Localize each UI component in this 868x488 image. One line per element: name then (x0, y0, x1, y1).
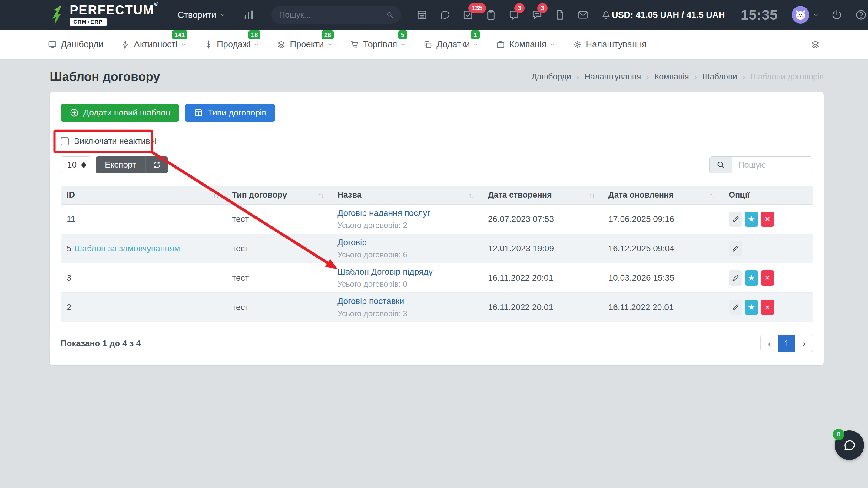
chevron-down-icon (181, 42, 186, 47)
table-search-input[interactable] (732, 156, 813, 173)
calendar-button[interactable] (416, 9, 428, 21)
row-id: 5 (67, 244, 71, 253)
notifications-button[interactable] (600, 9, 612, 21)
row-type: тест (226, 234, 331, 263)
row-id: 3 (67, 273, 71, 283)
chat-fab-button[interactable]: 0 (835, 430, 864, 460)
question-circle-icon (855, 9, 867, 21)
template-name-link[interactable]: Договір надання послуг (337, 208, 430, 218)
breadcrumb-settings[interactable]: Налаштування (585, 72, 641, 82)
layers-icon (277, 40, 286, 49)
edit-button[interactable] (729, 270, 742, 286)
chat-button[interactable] (439, 9, 451, 21)
create-menu[interactable]: Створити (178, 10, 226, 20)
mail-button[interactable] (577, 9, 589, 21)
nav-item-addons[interactable]: Додатки 1 (424, 39, 478, 49)
table-search-button[interactable] (709, 156, 732, 173)
delete-button[interactable]: ✕ (761, 300, 774, 315)
row-id: 11 (67, 214, 75, 224)
column-header-type[interactable]: Тип договору↑↓ (226, 186, 331, 205)
delete-button[interactable]: ✕ (761, 270, 774, 286)
favorite-button[interactable]: ★ (745, 300, 758, 315)
chat-bubble-icon (439, 9, 451, 21)
column-header-id[interactable]: ID↑↓ (61, 186, 226, 205)
sort-icon: ↑↓ (589, 191, 594, 199)
contracts-count: Усього договорів: 6 (337, 250, 476, 259)
edit-button[interactable] (729, 211, 742, 227)
nav-item-activities[interactable]: Активності 141 (121, 39, 186, 49)
tasks-button[interactable]: 135 (462, 9, 474, 21)
avatar (792, 6, 809, 24)
export-button[interactable]: Експорт (96, 156, 168, 173)
template-name-link-inactive[interactable]: Шаблон Договір підряду (337, 267, 433, 277)
currency-rate[interactable]: USD: 41.05 UAH / 41.5 UAH (612, 10, 725, 20)
contract-types-button[interactable]: Типи договорів (185, 104, 275, 121)
dollar-icon (204, 40, 213, 49)
sort-icon: ↑↓ (709, 191, 715, 199)
brand-subtitle: CRM+ERP (70, 18, 106, 26)
page-size-select[interactable]: 10 (61, 156, 91, 173)
favorite-button[interactable]: ★ (745, 270, 758, 286)
nav-item-company[interactable]: Компанія (496, 39, 555, 49)
documents-button[interactable] (554, 9, 566, 21)
copy-icon (424, 40, 433, 49)
column-header-name[interactable]: Назва↑↓ (331, 186, 482, 205)
nav-item-dashboards[interactable]: Дашборди (48, 39, 103, 49)
row-type: тест (226, 205, 331, 234)
breadcrumb-templates[interactable]: Шаблони (702, 72, 737, 82)
addons-badge: 1 (471, 30, 480, 39)
comments-button[interactable]: 3 (508, 9, 520, 21)
exclude-inactive-checkbox[interactable] (61, 137, 69, 145)
nav-item-trade[interactable]: Торгівля 5 (350, 39, 406, 49)
calendar-icon (416, 9, 428, 21)
current-page-button[interactable]: 1 (778, 335, 795, 352)
help-button[interactable] (855, 9, 867, 21)
envelope-icon (577, 9, 589, 21)
grid-icon (194, 108, 203, 117)
brand-logo[interactable]: PERFECTUM® CRM+ERP (51, 4, 159, 26)
nav-item-sales[interactable]: Продажі 18 (204, 39, 259, 49)
clipboard-button[interactable] (485, 9, 497, 21)
column-header-options: Опції (723, 186, 813, 205)
nav-collapse-button[interactable] (810, 40, 820, 49)
lightning-icon (121, 40, 130, 49)
prev-page-button[interactable]: ‹ (761, 335, 778, 352)
nav-item-projects[interactable]: Проекти 28 (277, 39, 333, 49)
feed-button[interactable]: 3 (531, 9, 543, 21)
row-created: 12.01.2023 19:09 (482, 234, 602, 263)
plus-circle-icon (70, 108, 79, 117)
nav-item-settings[interactable]: Налаштування (573, 39, 646, 49)
refresh-button[interactable] (145, 156, 168, 173)
refresh-icon (152, 160, 161, 169)
template-name-link[interactable]: Договір поставки (337, 296, 404, 306)
sales-badge: 18 (248, 30, 260, 39)
breadcrumb-company[interactable]: Компанія (654, 72, 689, 82)
table-summary: Показано 1 до 4 з 4 (61, 339, 141, 348)
gear-icon (573, 40, 582, 49)
template-name-link[interactable]: Договір (337, 238, 367, 247)
breadcrumb-dashboards[interactable]: Дашборди (531, 72, 571, 82)
chevron-down-icon (550, 42, 555, 47)
content-card: Додати новий шаблон Типи договорів Виклю… (50, 92, 824, 365)
chevron-down-icon (327, 42, 333, 47)
column-header-created[interactable]: Дата створення↑↓ (482, 186, 602, 205)
add-template-button[interactable]: Додати новий шаблон (61, 104, 179, 121)
bar-chart-icon (243, 9, 254, 21)
briefcase-icon (496, 40, 505, 49)
row-type: тест (226, 293, 331, 322)
divider (61, 129, 813, 129)
edit-button[interactable] (729, 241, 742, 256)
table-row: 2 тест Договір поставкиУсього договорів:… (61, 293, 813, 322)
column-header-updated[interactable]: Дата оновлення↑↓ (602, 186, 722, 205)
search-icon[interactable] (386, 10, 393, 20)
next-page-button[interactable]: › (795, 335, 813, 352)
default-template-link[interactable]: Шаблон за замовчуванням (74, 244, 180, 253)
global-search-input[interactable] (279, 10, 386, 20)
favorite-button[interactable]: ★ (745, 211, 758, 227)
reports-chart-button[interactable] (243, 9, 254, 21)
edit-button[interactable] (729, 300, 742, 315)
user-menu[interactable] (792, 6, 819, 24)
row-updated: 16.11.2022 20:01 (602, 293, 722, 322)
logout-button[interactable] (831, 9, 842, 21)
delete-button[interactable]: ✕ (761, 211, 774, 227)
